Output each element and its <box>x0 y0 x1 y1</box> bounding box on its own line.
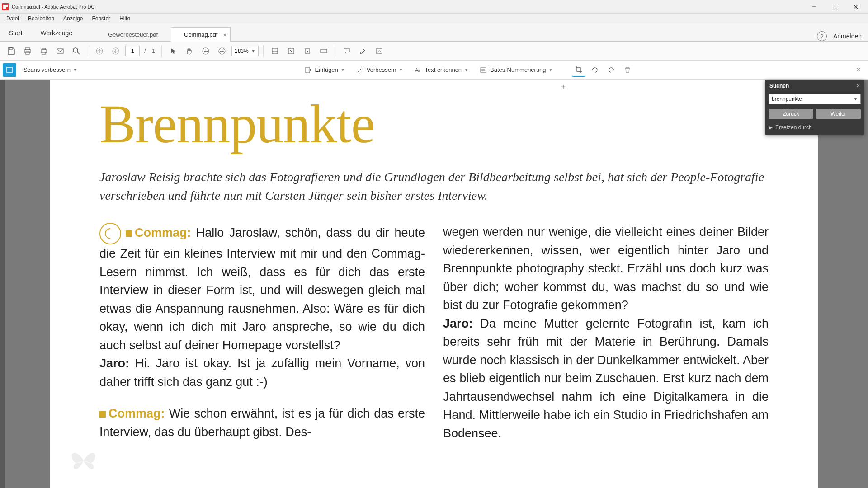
menu-help[interactable]: Hilfe <box>115 15 135 22</box>
tab-start[interactable]: Start <box>0 25 32 41</box>
zoom-out-icon[interactable] <box>199 44 212 58</box>
window-title: Commag.pdf - Adobe Acrobat Pro DC <box>12 4 94 9</box>
column-left: Commag: Hallo Jaroslaw, schön, dass du d… <box>99 223 425 442</box>
menu-window[interactable]: Fenster <box>87 15 115 22</box>
circle-icon <box>99 223 121 244</box>
speaker-tag: Commag: <box>135 226 191 239</box>
svg-rect-31 <box>481 68 486 72</box>
svg-rect-1 <box>833 5 837 9</box>
next-page-icon[interactable] <box>109 44 123 58</box>
scan-tool-icon[interactable] <box>3 63 16 77</box>
highlight-icon[interactable] <box>356 44 370 58</box>
search-back-button[interactable]: Zurück <box>769 109 813 119</box>
search-input[interactable]: brennpunkte▼ <box>769 94 861 104</box>
menu-view[interactable]: Anzeige <box>59 15 87 22</box>
svg-rect-6 <box>24 50 31 52</box>
trash-icon[interactable] <box>621 63 634 77</box>
chevron-down-icon: ▼ <box>854 97 858 101</box>
pointer-icon[interactable] <box>166 44 180 58</box>
search-panel-title: Suchen <box>769 83 789 89</box>
menu-file[interactable]: Datei <box>2 15 24 22</box>
rotate-ccw-icon[interactable] <box>588 63 602 77</box>
chevron-right-icon: ▶ <box>769 125 773 130</box>
text-icon: AA <box>414 66 422 74</box>
zoom-in-icon[interactable] <box>215 44 229 58</box>
enhance-icon <box>356 66 364 74</box>
chevron-down-icon: ▼ <box>341 68 345 72</box>
save-icon[interactable] <box>5 44 18 58</box>
speaker-tag: Jaro: <box>99 357 129 370</box>
ocr-dropdown[interactable]: AAText erkennen▼ <box>409 64 473 76</box>
watermark-icon <box>68 447 99 474</box>
close-tab-icon[interactable]: × <box>223 31 227 38</box>
replace-toggle[interactable]: ▶Ersetzen durch <box>765 122 864 135</box>
close-search-icon[interactable]: × <box>856 82 860 89</box>
help-icon[interactable]: ? <box>817 31 827 41</box>
enhance-dropdown[interactable]: Verbessern▼ <box>351 64 408 76</box>
insert-dropdown[interactable]: Einfügen▼ <box>300 64 349 76</box>
doctab-gewerbesteuer[interactable]: Gewerbesteuer.pdf <box>95 27 171 42</box>
doc-heading: Brennpunkte <box>99 93 791 155</box>
page-total: 1 <box>152 48 155 54</box>
menubar: Datei Bearbeiten Anzeige Fenster Hilfe <box>0 14 868 23</box>
menu-edit[interactable]: Bearbeiten <box>24 15 59 22</box>
zoom-select[interactable]: 183%▼ <box>231 46 259 56</box>
bullet-icon <box>126 230 132 237</box>
hand-icon[interactable] <box>183 44 196 58</box>
prev-page-icon[interactable] <box>93 44 106 58</box>
chevron-down-icon: ▼ <box>399 68 403 72</box>
print-icon[interactable] <box>21 44 34 58</box>
search-next-button[interactable]: Weiter <box>816 109 861 119</box>
search-icon[interactable] <box>70 44 83 58</box>
chevron-down-icon: ▼ <box>464 68 468 72</box>
fit-page-icon[interactable] <box>284 44 298 58</box>
crop-cursor-icon: ＋ <box>560 82 567 92</box>
chevron-down-icon: ▼ <box>549 68 553 72</box>
scan-toolbar: Scans verbessern▼ Einfügen▼ Verbessern▼ … <box>0 61 868 80</box>
bullet-icon <box>99 411 106 418</box>
rotate-cw-icon[interactable] <box>604 63 618 77</box>
search-panel: Suchen× brennpunkte▼ Zurück Weiter ▶Erse… <box>765 80 864 135</box>
crop-icon[interactable] <box>572 63 585 77</box>
scans-dropdown[interactable]: Scans verbessern▼ <box>19 66 82 73</box>
side-gutter <box>0 80 5 488</box>
close-subbar-icon[interactable]: × <box>852 63 865 77</box>
doctab-commag[interactable]: Commag.pdf× <box>171 27 231 42</box>
page-number-input[interactable] <box>125 46 140 56</box>
svg-rect-28 <box>306 67 310 73</box>
close-button[interactable] <box>845 0 866 14</box>
column-right: wegen werden nur wenige, die vielleicht … <box>443 223 769 442</box>
workspace: Brennpunkte Jaroslaw Reisig brachte sich… <box>0 80 868 488</box>
bates-icon <box>479 66 487 74</box>
rotate-icon[interactable] <box>301 44 314 58</box>
svg-point-12 <box>73 48 78 52</box>
minimize-button[interactable] <box>804 0 825 14</box>
fit-width-icon[interactable] <box>268 44 282 58</box>
svg-text:A: A <box>418 69 420 73</box>
svg-line-13 <box>77 52 80 54</box>
chevron-down-icon: ▼ <box>251 49 255 53</box>
page-separator: / <box>144 48 146 54</box>
svg-rect-5 <box>25 48 30 50</box>
mail-icon[interactable] <box>53 44 67 58</box>
svg-rect-25 <box>377 48 382 54</box>
doc-lead: Jaroslaw Reisig brachte sich das Fotogra… <box>99 168 769 205</box>
svg-rect-9 <box>42 48 46 50</box>
maximize-button[interactable] <box>825 0 845 14</box>
bates-dropdown[interactable]: Bates-Nummerierung▼ <box>475 64 557 76</box>
app-icon <box>2 3 9 10</box>
svg-rect-24 <box>321 49 327 53</box>
main-toolbar: / 1 183%▼ <box>0 42 868 61</box>
speaker-tag: Jaro: <box>443 317 473 330</box>
svg-rect-7 <box>26 52 29 54</box>
printer-icon[interactable] <box>37 44 51 58</box>
signin-link[interactable]: Anmelden <box>833 33 862 40</box>
document-page: Brennpunkte Jaroslaw Reisig brachte sich… <box>50 80 818 488</box>
sign-icon[interactable] <box>373 44 386 58</box>
tab-tools[interactable]: Werkzeuge <box>32 25 82 41</box>
view-icon[interactable] <box>317 44 330 58</box>
comment-icon[interactable] <box>340 44 354 58</box>
chevron-down-icon: ▼ <box>73 68 77 72</box>
speaker-tag: Commag: <box>108 407 165 420</box>
insert-icon <box>304 66 312 74</box>
